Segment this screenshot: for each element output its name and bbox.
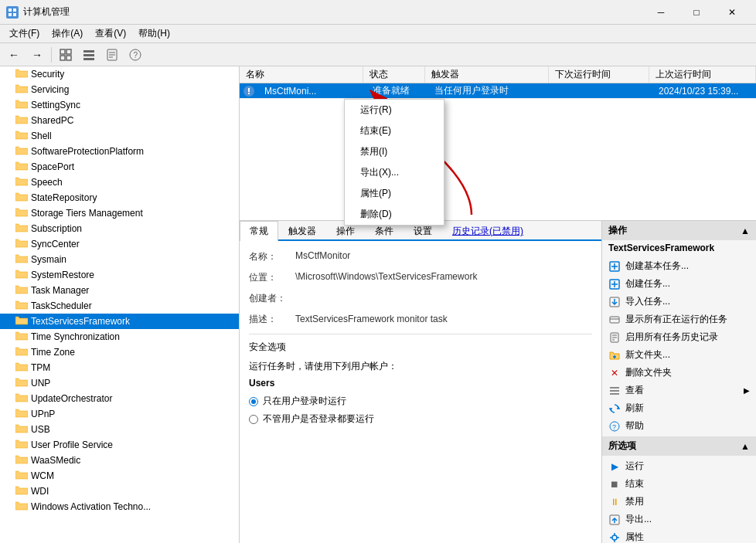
- help-icon-1: ?: [608, 420, 621, 433]
- action-run[interactable]: ▶ 运行: [602, 457, 756, 475]
- sidebar-item-10[interactable]: Subscription: [0, 221, 239, 236]
- action-import[interactable]: 导入任务...: [602, 293, 756, 311]
- svg-text:?: ?: [612, 423, 616, 431]
- action-disable[interactable]: ⏸ 禁用: [602, 493, 756, 511]
- header-name[interactable]: 名称: [240, 66, 363, 83]
- action-end[interactable]: ⏹ 结束: [602, 475, 756, 493]
- minimize-button[interactable]: ─: [643, 0, 679, 25]
- action-delete-folder[interactable]: ✕ 删除文件夹: [602, 364, 756, 382]
- sidebar-item-1[interactable]: Servicing: [0, 82, 239, 97]
- maximize-button[interactable]: □: [679, 0, 714, 25]
- sidebar-item-16[interactable]: TextServicesFramework: [0, 314, 239, 329]
- tab-history[interactable]: 历史记录(已禁用): [442, 221, 533, 241]
- detail-name-row: 名称： MsCtfMonitor: [249, 250, 592, 263]
- folder-icon: [15, 439, 28, 451]
- header-status[interactable]: 状态: [363, 66, 425, 83]
- view-button-1[interactable]: [55, 46, 77, 64]
- sidebar-item-24[interactable]: User Profile Service: [0, 437, 239, 453]
- action-new-folder[interactable]: 新文件夹...: [602, 346, 756, 364]
- svg-rect-2: [9, 13, 12, 16]
- sidebar-item-9[interactable]: Storage Tiers Management: [0, 205, 239, 221]
- radio-option-2[interactable]: 不管用户是否登录都要运行: [249, 412, 592, 426]
- sidebar-item-28[interactable]: Windows Activation Techno...: [0, 499, 239, 514]
- forward-button[interactable]: →: [26, 46, 48, 64]
- menu-action[interactable]: 操作(A): [46, 25, 89, 42]
- action-create-task[interactable]: 创建任务...: [602, 275, 756, 293]
- action-export-label: 导出...: [625, 513, 652, 526]
- sidebar-item-23[interactable]: USB: [0, 422, 239, 437]
- help-button-toolbar[interactable]: ?: [124, 46, 146, 64]
- context-export[interactable]: 导出(X)...: [345, 162, 444, 183]
- radio-2[interactable]: [249, 415, 258, 424]
- context-delete[interactable]: 删除(D): [345, 204, 444, 225]
- action-properties[interactable]: 属性: [602, 528, 756, 543]
- sidebar-item-label: Storage Tiers Management: [31, 208, 143, 219]
- action-show-running[interactable]: 显示所有正在运行的任务: [602, 311, 756, 328]
- sidebar-item-0[interactable]: Security: [0, 66, 239, 82]
- svg-rect-6: [60, 56, 65, 60]
- folder-icon: [15, 99, 28, 111]
- header-last[interactable]: 上次运行时间: [649, 66, 756, 83]
- sidebar-item-26[interactable]: WCM: [0, 468, 239, 484]
- context-run[interactable]: 运行(R): [345, 100, 444, 120]
- action-refresh[interactable]: 刷新: [602, 399, 756, 417]
- radio-option-1[interactable]: 只在用户登录时运行: [249, 395, 592, 408]
- sidebar-item-25[interactable]: WaaSMedic: [0, 453, 239, 468]
- action-help-1[interactable]: ? 帮助: [602, 417, 756, 435]
- tab-triggers[interactable]: 触发器: [278, 221, 326, 241]
- name-label: 名称：: [249, 250, 295, 263]
- title-bar: 计算机管理 ─ □ ✕: [0, 0, 756, 25]
- sidebar-item-15[interactable]: TaskScheduler: [0, 298, 239, 314]
- sidebar-item-14[interactable]: Task Manager: [0, 283, 239, 298]
- header-trigger[interactable]: 触发器: [425, 66, 549, 83]
- sidebar-item-label: Task Manager: [31, 285, 89, 296]
- menu-file[interactable]: 文件(F): [3, 25, 46, 42]
- sidebar-item-20[interactable]: UNP: [0, 375, 239, 391]
- menu-view[interactable]: 查看(V): [89, 25, 132, 42]
- folder-icon: [15, 346, 28, 358]
- sidebar-item-label: Sysmain: [31, 254, 66, 265]
- sidebar-item-18[interactable]: Time Zone: [0, 344, 239, 360]
- sidebar-item-4[interactable]: Shell: [0, 128, 239, 144]
- action-create-basic[interactable]: 创建基本任务...: [602, 257, 756, 275]
- view-button-2[interactable]: [78, 46, 100, 64]
- sidebar-item-8[interactable]: StateRepository: [0, 190, 239, 205]
- end-icon: ⏹: [608, 478, 621, 490]
- action-disable-label: 禁用: [625, 495, 644, 508]
- sidebar-item-17[interactable]: Time Synchronization: [0, 329, 239, 344]
- table-row[interactable]: MsCtfMoni... 准备就绪 当任何用户登录时 2024/10/23 15…: [240, 83, 756, 99]
- menu-help[interactable]: 帮助(H): [132, 25, 176, 42]
- properties-button[interactable]: [101, 46, 123, 64]
- back-button[interactable]: ←: [3, 46, 25, 64]
- sidebar-item-11[interactable]: SyncCenter: [0, 236, 239, 252]
- action-view[interactable]: 查看 ▶: [602, 382, 756, 399]
- sidebar-item-19[interactable]: TPM: [0, 360, 239, 375]
- sidebar-item-7[interactable]: Speech: [0, 175, 239, 190]
- detail-author-row: 创建者：: [249, 292, 592, 305]
- action-export[interactable]: 导出...: [602, 511, 756, 528]
- header-next[interactable]: 下次运行时间: [549, 66, 649, 83]
- app-icon: [6, 6, 19, 19]
- context-properties[interactable]: 属性(P): [345, 183, 444, 204]
- sidebar-item-5[interactable]: SoftwareProtectionPlatform: [0, 144, 239, 159]
- sidebar-item-13[interactable]: SystemRestore: [0, 267, 239, 283]
- create-basic-icon: [608, 260, 621, 273]
- sidebar-item-22[interactable]: UPnP: [0, 406, 239, 422]
- action-refresh-label: 刷新: [625, 402, 644, 415]
- sidebar-item-12[interactable]: Sysmain: [0, 252, 239, 267]
- sidebar-item-2[interactable]: SettingSync: [0, 97, 239, 113]
- delete-folder-icon: ✕: [608, 367, 621, 379]
- close-button[interactable]: ✕: [714, 0, 750, 25]
- context-end[interactable]: 结束(E): [345, 120, 444, 141]
- sidebar-item-3[interactable]: SharedPC: [0, 113, 239, 128]
- sidebar-item-27[interactable]: WDI: [0, 484, 239, 499]
- radio-1[interactable]: [249, 397, 258, 406]
- location-label: 位置：: [249, 271, 295, 284]
- sidebar-item-6[interactable]: SpacePort: [0, 159, 239, 175]
- action-enable-history[interactable]: 启用所有任务历史记录: [602, 328, 756, 346]
- sidebar-item-21[interactable]: UpdateOrchestrator: [0, 391, 239, 406]
- svg-rect-1: [13, 8, 16, 12]
- sidebar-item-label: WaaSMedic: [31, 455, 80, 466]
- tab-general[interactable]: 常规: [240, 221, 278, 241]
- context-disable[interactable]: 禁用(I): [345, 141, 444, 162]
